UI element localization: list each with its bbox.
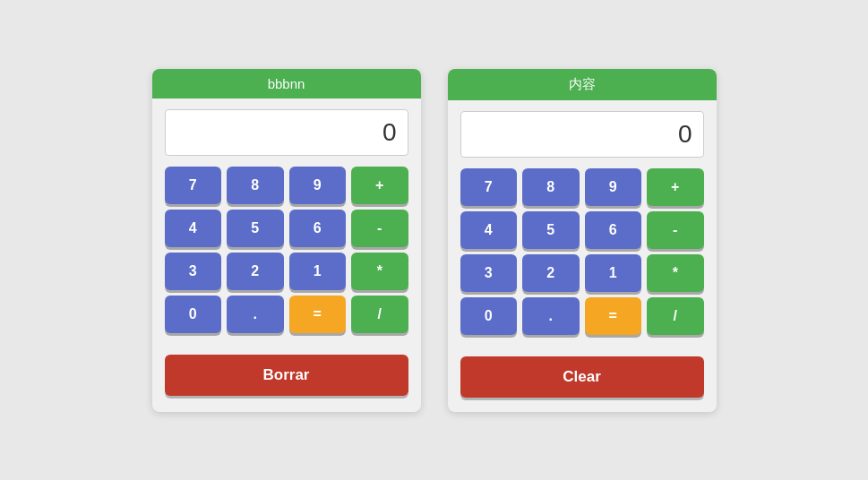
btn-3-1[interactable]: 3 xyxy=(165,253,222,290)
calculator-1: bbbnn0789+456-321*0.=/Borrar xyxy=(152,69,421,412)
btn-1-2[interactable]: 1 xyxy=(585,254,642,292)
buttons-grid-2: 789+456-321*0.=/ xyxy=(460,168,704,335)
calculator-2: 内容0789+456-321*0.=/Clear xyxy=(448,69,717,412)
btn-equals-1[interactable]: = xyxy=(289,296,347,333)
btn-9-1[interactable]: 9 xyxy=(289,167,347,204)
btn-0-2[interactable]: 0 xyxy=(460,297,518,335)
btn-5-1[interactable]: 5 xyxy=(227,210,284,247)
btn-4-2[interactable]: 4 xyxy=(460,211,518,249)
clear-button-2[interactable]: Clear xyxy=(460,356,704,398)
btn-minus-2[interactable]: - xyxy=(647,211,704,249)
calc-body-2: 0789+456-321*0.=/ xyxy=(448,100,717,353)
btn-equals-2[interactable]: = xyxy=(585,297,642,335)
btn-dot-2[interactable]: . xyxy=(522,297,580,335)
btn-7-2[interactable]: 7 xyxy=(460,168,518,206)
calc-body-1: 0789+456-321*0.=/ xyxy=(152,99,421,351)
btn-divide-1[interactable]: / xyxy=(351,296,408,333)
calc-header-1: bbbnn xyxy=(152,69,421,99)
btn-plus-2[interactable]: + xyxy=(647,168,704,206)
btn-9-2[interactable]: 9 xyxy=(585,168,642,206)
btn-4-1[interactable]: 4 xyxy=(165,210,222,247)
btn-0-1[interactable]: 0 xyxy=(165,296,222,333)
display-2: 0 xyxy=(460,111,704,158)
btn-7-1[interactable]: 7 xyxy=(165,167,222,204)
btn-3-2[interactable]: 3 xyxy=(460,254,518,292)
clear-button-1[interactable]: Borrar xyxy=(165,355,408,396)
btn-multiply-2[interactable]: * xyxy=(647,254,704,292)
btn-minus-1[interactable]: - xyxy=(351,210,408,247)
btn-divide-2[interactable]: / xyxy=(647,297,704,335)
buttons-grid-1: 789+456-321*0.=/ xyxy=(165,167,408,333)
calc-header-2: 内容 xyxy=(448,69,717,100)
display-1: 0 xyxy=(165,109,408,156)
btn-plus-1[interactable]: + xyxy=(351,167,408,204)
btn-2-2[interactable]: 2 xyxy=(522,254,580,292)
btn-5-2[interactable]: 5 xyxy=(522,211,580,249)
btn-multiply-1[interactable]: * xyxy=(351,253,408,290)
btn-8-1[interactable]: 8 xyxy=(227,167,284,204)
btn-8-2[interactable]: 8 xyxy=(522,168,580,206)
calculators-container: bbbnn0789+456-321*0.=/Borrar内容0789+456-3… xyxy=(134,51,735,430)
btn-dot-1[interactable]: . xyxy=(227,296,284,333)
btn-6-1[interactable]: 6 xyxy=(289,210,347,247)
btn-6-2[interactable]: 6 xyxy=(585,211,642,249)
btn-1-1[interactable]: 1 xyxy=(289,253,347,290)
btn-2-1[interactable]: 2 xyxy=(227,253,284,290)
